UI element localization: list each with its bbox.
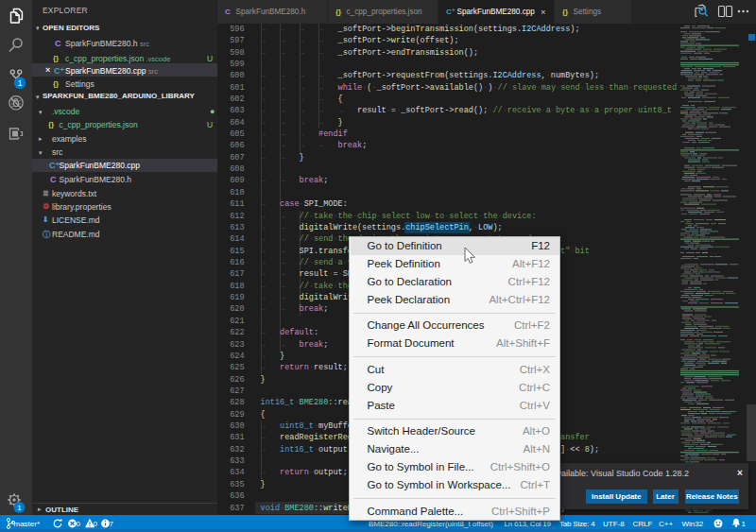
svg-text:1: 1 xyxy=(18,78,23,88)
svg-text:1: 1 xyxy=(17,504,22,512)
